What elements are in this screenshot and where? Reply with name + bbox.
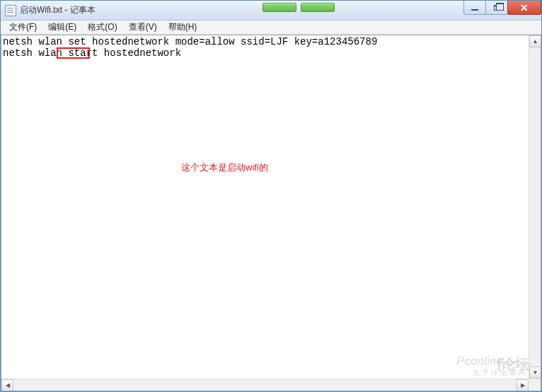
notepad-window: 启动Wifi.txt - 记事本 ✕ 文件(F) 编辑(E) 格式(O) 查看(… — [0, 0, 542, 392]
decor-chunk — [301, 3, 335, 12]
menu-file[interactable]: 文件(F) — [4, 20, 42, 35]
titlebar-background-decor — [263, 3, 335, 12]
horizontal-scrollbar[interactable]: ◀ ▶ — [1, 379, 529, 391]
maximize-button[interactable] — [485, 1, 508, 15]
editor-line-part: hostednetwork — [104, 47, 181, 59]
minimize-button[interactable] — [463, 1, 486, 15]
close-icon: ✕ — [520, 2, 529, 13]
scroll-left-button[interactable]: ◀ — [1, 379, 13, 391]
scroll-track[interactable] — [13, 379, 517, 391]
editor-line-part: start — [68, 47, 98, 59]
vertical-scrollbar[interactable]: ▲ ▼ — [529, 35, 541, 379]
scroll-right-button[interactable]: ▶ — [517, 379, 529, 391]
window-controls: ✕ — [464, 1, 541, 15]
window-title: 启动Wifi.txt - 记事本 — [20, 4, 96, 16]
scroll-down-button[interactable]: ▼ — [529, 367, 541, 379]
menu-help[interactable]: 帮助(H) — [163, 20, 203, 35]
text-editor[interactable]: netsh wlan set hostednetwork mode=allow … — [1, 35, 529, 379]
editor-line-part: netsh wlan — [3, 47, 62, 59]
scroll-up-button[interactable]: ▲ — [529, 35, 541, 47]
close-button[interactable]: ✕ — [507, 1, 541, 15]
menu-format[interactable]: 格式(O) — [82, 20, 122, 35]
decor-chunk — [263, 3, 296, 12]
document-icon — [5, 5, 16, 16]
size-grip[interactable] — [529, 379, 541, 391]
chevron-up-icon: ▲ — [533, 38, 538, 45]
scroll-track[interactable] — [529, 47, 541, 367]
maximize-icon — [494, 5, 500, 11]
chevron-left-icon: ◀ — [6, 382, 10, 388]
minimize-icon — [471, 9, 478, 11]
chevron-right-icon: ▶ — [521, 382, 525, 388]
title-bar[interactable]: 启动Wifi.txt - 记事本 ✕ — [1, 1, 541, 21]
editor-line: netsh wlan set hostednetwork mode=allow … — [3, 36, 377, 47]
menu-edit[interactable]: 编辑(E) — [42, 20, 82, 35]
chevron-down-icon: ▼ — [533, 369, 538, 376]
menu-view[interactable]: 查看(V) — [123, 20, 163, 35]
editor-container: netsh wlan set hostednetwork mode=allow … — [1, 35, 541, 391]
red-annotation-text: 这个文本是启动wifi的 — [181, 161, 268, 174]
menu-bar: 文件(F) 编辑(E) 格式(O) 查看(V) 帮助(H) — [1, 21, 541, 35]
